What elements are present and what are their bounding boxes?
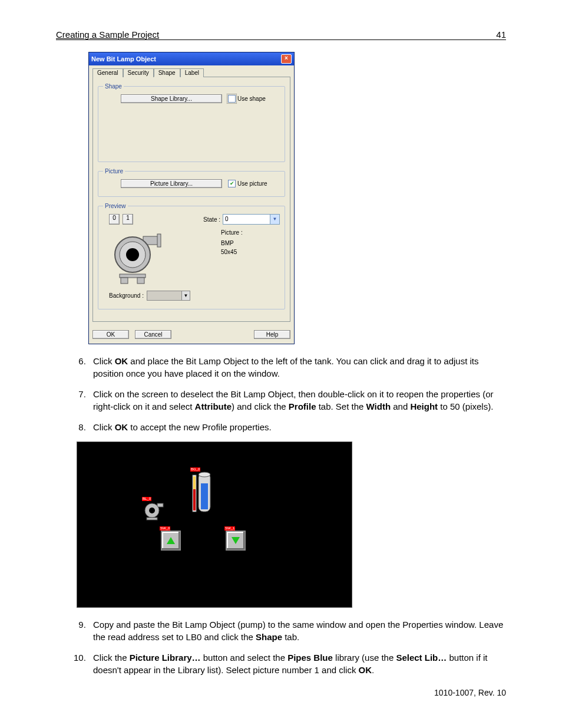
step-9: Copy and paste the Bit Lamp Object (pump…: [88, 618, 506, 643]
group-shape: Shape Shape Library... Use shape: [98, 83, 285, 162]
group-picture: Picture Picture Library... ✔ Use picture: [98, 168, 285, 197]
svg-rect-1: [157, 234, 161, 247]
svg-rect-11: [147, 518, 157, 520]
color-swatch: [147, 291, 181, 300]
svg-rect-5: [120, 274, 146, 278]
group-preview-legend: Preview: [103, 203, 128, 209]
page-number: 41: [496, 29, 506, 39]
use-picture-label: Use picture: [237, 180, 267, 187]
checkbox-icon: ✔: [228, 180, 236, 187]
background-color-combo[interactable]: ▼: [147, 291, 190, 301]
use-shape-checkbox[interactable]: Use shape: [228, 95, 266, 103]
instruction-list: Click OK and place the Bit Lamp Object t…: [56, 355, 506, 433]
titlebar: New Bit Lamp Object ×: [89, 52, 294, 65]
svg-rect-16: [201, 483, 208, 509]
tank-object[interactable]: BG_0: [191, 472, 211, 518]
group-shape-legend: Shape: [103, 83, 124, 90]
svg-point-10: [149, 508, 155, 513]
page-header: Creating a Sample Project 41: [56, 29, 506, 40]
step-6: Click OK and place the Bit Lamp Object t…: [88, 355, 506, 380]
arrow-down-icon: [226, 531, 246, 551]
checkbox-icon: [228, 95, 236, 103]
tab-strip: General Security Shape Label: [92, 68, 290, 77]
svg-rect-6: [121, 278, 128, 284]
step-8: Click OK to accept the new Profile prope…: [88, 421, 506, 433]
group-picture-legend: Picture: [103, 168, 125, 174]
tab-general[interactable]: General: [92, 68, 123, 77]
use-picture-checkbox[interactable]: ✔ Use picture: [228, 180, 267, 187]
tab-shape[interactable]: Shape: [154, 68, 180, 77]
object-label: BG_0: [190, 467, 200, 472]
svg-rect-8: [157, 503, 163, 507]
use-shape-label: Use shape: [237, 95, 266, 102]
down-button-object[interactable]: SW_1: [226, 531, 246, 551]
dialog-new-bit-lamp: New Bit Lamp Object × General Security S…: [88, 52, 295, 344]
up-button-object[interactable]: SW_0: [161, 531, 181, 551]
svg-point-17: [199, 472, 210, 477]
svg-rect-14: [193, 476, 196, 489]
svg-rect-7: [137, 278, 144, 284]
pump-object[interactable]: BL_0: [143, 501, 166, 523]
chevron-down-icon: ▼: [270, 215, 279, 224]
hmi-screenshot: BL_0 BG_0 SW_0 SW_1: [77, 442, 352, 608]
dialog-title: New Bit Lamp Object: [91, 55, 156, 62]
close-icon[interactable]: ×: [281, 54, 292, 64]
preview-info: Picture : BMP 50x45: [221, 228, 243, 256]
arrow-up-icon: [161, 531, 181, 551]
state-combo[interactable]: 0 ▼: [223, 214, 280, 225]
state-0-button[interactable]: 0: [109, 214, 120, 225]
picture-library-button[interactable]: Picture Library...: [121, 179, 222, 188]
state-1-button[interactable]: 1: [123, 214, 133, 225]
picture-size: 50x45: [221, 248, 243, 256]
tab-security[interactable]: Security: [123, 68, 154, 77]
instruction-list-2: Copy and paste the Bit Lamp Object (pump…: [56, 618, 506, 676]
cancel-button[interactable]: Cancel: [135, 330, 171, 339]
shape-library-button[interactable]: Shape Library...: [121, 94, 222, 103]
ok-button[interactable]: OK: [92, 330, 129, 339]
tab-panel: Shape Shape Library... Use shape Picture…: [92, 77, 290, 322]
object-label: BL_0: [142, 497, 151, 501]
svg-rect-13: [193, 489, 196, 510]
tab-label[interactable]: Label: [180, 68, 204, 77]
background-label: Background :: [109, 292, 144, 299]
header-title: Creating a Sample Project: [56, 29, 159, 39]
picture-label: Picture :: [221, 228, 243, 237]
dialog-buttons: OK Cancel Help: [89, 325, 294, 344]
svg-point-4: [126, 248, 139, 261]
step-7: Click on the screen to deselect the Bit …: [88, 388, 506, 413]
help-button[interactable]: Help: [254, 330, 290, 339]
preview-image: [109, 228, 168, 287]
step-10: Click the Picture Library… button and se…: [88, 651, 506, 676]
group-preview: Preview 0 1 State : 0 ▼: [98, 203, 285, 309]
chevron-down-icon: ▼: [181, 291, 190, 300]
picture-type: BMP: [221, 239, 243, 248]
state-label: State :: [203, 216, 220, 223]
object-label: SW_0: [160, 526, 170, 531]
object-label: SW_1: [224, 526, 235, 531]
footer: 1010-1007, Rev. 10: [56, 688, 506, 697]
state-value: 0: [223, 215, 270, 224]
